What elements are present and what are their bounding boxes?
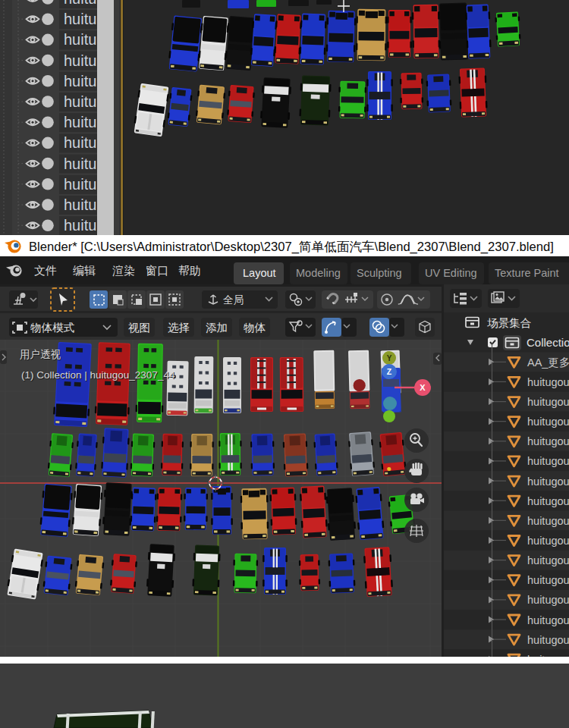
- svg-text:huitugou_23: huitugou_23: [527, 614, 569, 626]
- svg-text:huitu: huitu: [64, 11, 96, 27]
- svg-text:huitu: huitu: [64, 31, 96, 48]
- svg-text:huitu: huitu: [64, 217, 96, 234]
- svg-text:文件: 文件: [34, 264, 57, 277]
- svg-text:选择: 选择: [168, 322, 190, 334]
- svg-text:物体: 物体: [244, 322, 266, 334]
- svg-text:huitu: huitu: [64, 52, 96, 69]
- svg-text:huitugou_23: huitugou_23: [527, 634, 569, 646]
- svg-text:视图: 视图: [128, 322, 150, 334]
- svg-text:huitugou_23: huitugou_23: [527, 416, 569, 428]
- svg-text:huitugou_23: huitugou_23: [527, 515, 569, 527]
- svg-text:huitugou_23: huitugou_23: [527, 475, 569, 488]
- svg-text:huitu: huitu: [64, 134, 96, 151]
- svg-text:窗口: 窗口: [146, 264, 168, 277]
- svg-text:huitu: huitu: [64, 176, 96, 193]
- svg-text:huitugou_23: huitugou_23: [527, 455, 569, 467]
- svg-text:帮助: 帮助: [178, 264, 201, 277]
- svg-text:Y: Y: [387, 354, 392, 362]
- svg-text:Collection: Collection: [527, 336, 569, 349]
- svg-text:Sculpting: Sculpting: [357, 267, 402, 279]
- svg-text:添加: 添加: [206, 322, 228, 334]
- svg-text:物体模式: 物体模式: [30, 322, 75, 334]
- svg-text:全局: 全局: [223, 294, 244, 306]
- svg-text:用户透视: 用户透视: [20, 349, 61, 360]
- svg-text:(1) Collection | huitugou_2307: (1) Collection | huitugou_2307_44: [21, 369, 175, 381]
- svg-text:huitu: huitu: [64, 73, 96, 89]
- svg-text:huitugou_23: huitugou_23: [527, 574, 569, 586]
- svg-text:编辑: 编辑: [73, 264, 96, 277]
- svg-text:Texture Paint: Texture Paint: [495, 267, 559, 279]
- svg-text:UV Editing: UV Editing: [425, 267, 477, 279]
- svg-text:渲染: 渲染: [112, 264, 135, 277]
- svg-text:huitu: huitu: [64, 93, 96, 110]
- svg-text:huitu: huitu: [64, 114, 96, 130]
- svg-text:Modeling: Modeling: [296, 267, 341, 279]
- svg-text:huitugou_23: huitugou_23: [527, 554, 569, 566]
- svg-text:huitugou_23: huitugou_23: [527, 594, 569, 606]
- svg-text:huitu: huitu: [64, 155, 96, 172]
- svg-text:huitugou_23: huitugou_23: [527, 435, 569, 447]
- svg-text:huitugou_23: huitugou_23: [527, 495, 569, 507]
- svg-text:Z: Z: [387, 367, 392, 376]
- svg-text:Layout: Layout: [243, 267, 276, 279]
- svg-text:huitugou_23: huitugou_23: [527, 376, 569, 388]
- svg-text:huitugou_23: huitugou_23: [527, 535, 569, 547]
- svg-text:huitugou_23: huitugou_23: [527, 396, 569, 408]
- svg-text:X: X: [420, 383, 426, 392]
- svg-text:场景集合: 场景集合: [487, 317, 532, 329]
- svg-text:AA_更多车: AA_更多车: [527, 356, 569, 369]
- svg-text:huitu: huitu: [64, 0, 96, 7]
- svg-text:huitu: huitu: [64, 196, 96, 213]
